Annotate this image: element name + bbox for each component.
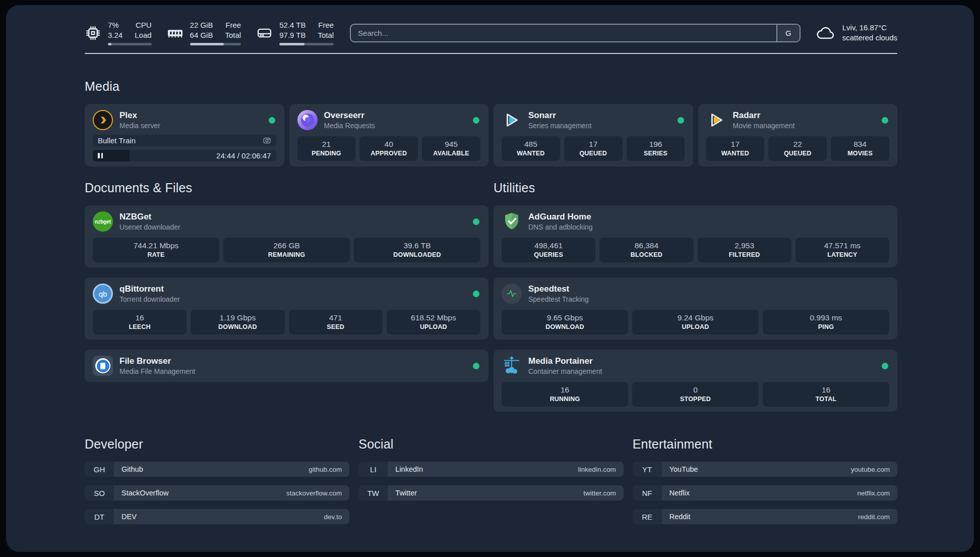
bookmark-linkedin[interactable]: LI LinkedInlinkedin.com	[358, 462, 623, 477]
app-title: Radarr	[733, 110, 876, 121]
stat-total: 16TOTAL	[763, 382, 889, 407]
memory-total-label: Total	[225, 30, 241, 40]
bookmark-abbr: RE	[633, 509, 662, 524]
card-adguard[interactable]: AdGuard Home DNS and adblocking 498,461Q…	[494, 205, 897, 267]
nzbget-icon: nzbget	[93, 211, 113, 232]
bookmark-domain: twitter.com	[583, 489, 616, 497]
bookmark-github[interactable]: GH Githubgithub.com	[85, 462, 349, 477]
card-filebrowser[interactable]: File Browser Media File Management	[85, 350, 488, 382]
radarr-icon	[706, 110, 726, 130]
card-overseerr[interactable]: Overseerr Media Requests 21PENDING 40APP…	[289, 104, 489, 166]
cpu-load-value: 3.24	[108, 30, 122, 40]
stat-upload: 618.52 MbpsUPLOAD	[387, 310, 480, 335]
stat-available: 945AVAILABLE	[422, 136, 480, 161]
speedtest-icon	[502, 284, 522, 304]
memory-total-value: 64 GiB	[190, 30, 213, 40]
utilities-section-title: Utilities	[494, 181, 897, 195]
section-documents-files: Documents & Files nzbget NZBGet Usenet d…	[85, 181, 488, 412]
card-speedtest[interactable]: Speedtest Speedtest Tracking 9.65 GbpsDO…	[494, 277, 897, 340]
app-subtitle: Usenet downloader	[119, 222, 466, 232]
stat-rate: 744.21 MbpsRATE	[93, 238, 219, 262]
card-portainer[interactable]: Media Portainer Container management 16R…	[494, 350, 897, 412]
filebrowser-icon	[93, 356, 113, 376]
bookmark-twitter[interactable]: TW Twittertwitter.com	[358, 485, 623, 500]
card-sonarr[interactable]: Sonarr Series management 485WANTED 17QUE…	[494, 104, 693, 166]
status-dot	[882, 363, 888, 369]
card-plex[interactable]: Plex Media server Bullet Train 24:44 / 0…	[85, 104, 284, 166]
sonarr-icon	[502, 110, 522, 130]
app-title: NZBGet	[119, 211, 466, 222]
adguard-icon	[502, 211, 522, 232]
status-dot	[473, 363, 479, 369]
app-title: Media Portainer	[528, 356, 875, 366]
app-subtitle: Torrent downloader	[119, 295, 466, 304]
dashboard-window: 7% 3.24 CPU Load	[6, 5, 974, 552]
qbittorrent-icon: qb	[93, 284, 113, 304]
disk-progress-fill	[279, 43, 304, 45]
cpu-usage-value: 7%	[108, 20, 122, 30]
search-bar: G	[350, 24, 801, 42]
bookmark-abbr: NF	[633, 485, 662, 500]
bookmark-abbr: YT	[633, 462, 662, 477]
bookmark-reddit[interactable]: RE Redditreddit.com	[633, 509, 897, 524]
bookmark-domain: github.com	[309, 466, 342, 473]
stat-filtered: 2,953FILTERED	[698, 238, 791, 262]
app-subtitle: Media Requests	[324, 121, 467, 130]
ram-icon	[167, 25, 183, 41]
bookmark-domain: youtube.com	[851, 466, 890, 473]
bookmark-name: StackOverflow	[121, 489, 168, 497]
memory-widget-body: 22 GiB 64 GiB Free Total	[190, 20, 241, 45]
stat-downloaded: 39.6 TBDOWNLOADED	[354, 238, 480, 262]
cpu-progress-track	[108, 43, 152, 45]
disk-widget: 52.4 TB 97.9 TB Free Total	[256, 20, 334, 45]
disk-free-value: 52.4 TB	[279, 20, 305, 30]
card-nzbget[interactable]: nzbget NZBGet Usenet downloader 744.21 M…	[85, 205, 488, 267]
app-title: qBittorrent	[119, 284, 466, 294]
plex-icon	[93, 110, 113, 130]
topbar: 7% 3.24 CPU Load	[85, 20, 897, 45]
disk-icon	[256, 25, 273, 41]
documents-section-title: Documents & Files	[85, 181, 488, 195]
pause-icon	[98, 153, 103, 158]
app-title: Sonarr	[528, 110, 671, 121]
card-radarr[interactable]: Radarr Movie management 17WANTED 22QUEUE…	[698, 104, 898, 166]
card-qbittorrent[interactable]: qb qBittorrent Torrent downloader 16LEEC…	[85, 277, 488, 340]
section-utilities: Utilities AdGuard Home DNS and adblockin…	[494, 181, 897, 412]
search-provider-button[interactable]: G	[776, 25, 800, 41]
bookmark-abbr: GH	[85, 462, 114, 477]
bookmark-group-social: Social LI LinkedInlinkedin.com TW Twitte…	[358, 437, 623, 524]
stat-seed: 471SEED	[289, 310, 383, 335]
cpu-label: CPU	[135, 20, 151, 30]
topbar-divider	[85, 53, 897, 54]
search-input[interactable]	[351, 25, 776, 41]
bookmark-dev[interactable]: DT DEVdev.to	[85, 509, 349, 524]
bookmark-name: Twitter	[395, 489, 417, 497]
app-subtitle: Media File Management	[119, 367, 466, 376]
memory-free-label: Free	[225, 20, 241, 30]
memory-widget: 22 GiB 64 GiB Free Total	[167, 20, 241, 45]
status-dot	[269, 117, 275, 124]
stat-pending: 21PENDING	[297, 136, 356, 161]
section-media: Media Plex Media server Bullet Train	[85, 79, 897, 166]
stat-series: 196SERIES	[627, 136, 685, 161]
weather-widget: Lviv, 16.87°C scattered clouds	[816, 23, 897, 43]
app-title: Plex	[119, 110, 262, 121]
media-section-title: Media	[85, 79, 897, 94]
bookmark-abbr: LI	[358, 462, 388, 477]
bookmark-group-developer: Developer GH Githubgithub.com SO StackOv…	[85, 437, 349, 524]
status-dot	[473, 117, 479, 124]
cpu-widget: 7% 3.24 CPU Load	[85, 20, 152, 45]
status-dot	[473, 218, 479, 225]
bookmark-abbr: SO	[85, 485, 114, 500]
memory-progress-track	[190, 43, 241, 45]
bookmark-name: DEV	[121, 513, 137, 521]
stat-stopped: 0STOPPED	[632, 382, 759, 407]
bookmark-name: LinkedIn	[395, 465, 423, 473]
app-subtitle: Speedtest Tracking	[528, 295, 889, 304]
bookmark-youtube[interactable]: YT YouTubeyoutube.com	[633, 462, 897, 477]
bookmark-netflix[interactable]: NF Netflixnetflix.com	[633, 485, 897, 500]
stat-leech: 16LEECH	[93, 310, 187, 335]
bookmark-domain: reddit.com	[858, 513, 890, 521]
bookmark-stackoverflow[interactable]: SO StackOverflowstackoverflow.com	[85, 485, 349, 500]
stat-queued: 22QUEUED	[768, 136, 827, 161]
